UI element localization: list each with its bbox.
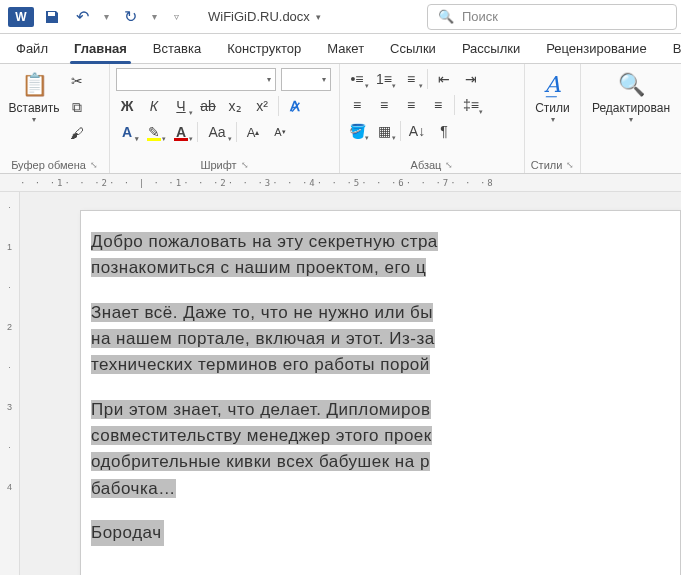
dialog-launcher-icon[interactable]: ⤡ [90,160,98,170]
group-editing: 🔍 Редактирован ▾ [581,64,681,173]
tab-layout[interactable]: Макет [323,35,368,63]
font-size-combo[interactable]: ▾ [281,68,331,91]
dialog-launcher-icon[interactable]: ⤡ [241,160,249,170]
dialog-launcher-icon[interactable]: ⤡ [445,160,453,170]
editing-button[interactable]: 🔍 Редактирован ▾ [591,68,671,128]
undo-button[interactable]: ↶ [72,7,92,27]
numbering-icon: 1≡ [376,71,392,87]
document-title: WiFiGiD.RU.docx [208,9,310,24]
document-area: ·1·2·3·4 Добро пожаловать на эту секретн… [0,192,681,575]
selected-text: познакомиться с нашим проектом, его ц [91,258,426,277]
title-dropdown-icon[interactable]: ▾ [316,12,321,22]
selected-text: бабочка… [91,479,176,498]
cut-button[interactable]: ✂ [66,70,88,92]
font-name-combo[interactable]: ▾ [116,68,276,91]
paragraph[interactable]: При этом знает, что делает. Дипломиров с… [81,397,680,502]
bold-button[interactable]: Ж [116,95,138,117]
text-effects-button[interactable]: A▾ [116,121,138,143]
paint-bucket-icon: 🪣 [349,123,366,139]
page[interactable]: Добро пожаловать на эту секретную стра п… [80,210,681,575]
tab-view[interactable]: Вид [669,35,681,63]
group-label-paragraph: Абзац⤡ [346,157,518,171]
group-paragraph: •≡▾ 1≡▾ ≡▾ ⇤ ⇥ ≡ ≡ ≡ ≡ ‡≡▾ 🪣▾ ▦▾ A↓ ¶ [340,64,525,173]
tab-insert[interactable]: Вставка [149,35,205,63]
subscript-button[interactable]: x₂ [224,95,246,117]
quick-access-toolbar: ↶ ▾ ↻ ▾ ▿ [42,7,180,27]
copy-button[interactable]: ⧉ [66,96,88,118]
ribbon-tabs: Файл Главная Вставка Конструктор Макет С… [0,34,681,64]
group-label-clipboard: Буфер обмена⤡ [6,157,103,171]
strikethrough-button[interactable]: ab [197,95,219,117]
save-button[interactable] [42,7,62,27]
tab-home[interactable]: Главная [70,35,131,63]
copy-icon: ⧉ [72,99,82,116]
superscript-button[interactable]: x² [251,95,273,117]
selected-text: на нашем портале, включая и этот. Из-за [91,329,435,348]
eraser-icon: A̷ [290,98,300,114]
justify-button[interactable]: ≡ [427,94,449,116]
justify-icon: ≡ [434,97,442,113]
qat-separator: ▾ [150,11,158,22]
tab-mailings[interactable]: Рассылки [458,35,524,63]
outdent-icon: ⇤ [438,71,450,87]
search-icon: 🔍 [438,9,454,24]
redo-button[interactable]: ↻ [120,7,140,27]
tab-design[interactable]: Конструктор [223,35,305,63]
group-clipboard: 📋 Вставить ▾ ✂ ⧉ 🖌 Буфер обмена⤡ [0,64,110,173]
shading-button[interactable]: 🪣▾ [346,120,368,142]
align-right-button[interactable]: ≡ [400,94,422,116]
styles-button[interactable]: A̲ Стили ▾ [531,68,574,128]
selected-text: При этом знает, что делает. Дипломиров [91,400,431,419]
align-left-icon: ≡ [353,97,361,113]
tab-review[interactable]: Рецензирование [542,35,650,63]
borders-button[interactable]: ▦▾ [373,120,395,142]
line-spacing-button[interactable]: ‡≡▾ [460,94,482,116]
title-bar: W ↶ ▾ ↻ ▾ ▿ WiFiGiD.RU.docx ▾ 🔍 Поиск [0,0,681,34]
font-color-button[interactable]: A▾ [170,121,192,143]
paragraph[interactable]: Знает всё. Даже то, что не нужно или бы … [81,300,680,379]
decrease-indent-button[interactable]: ⇤ [433,68,455,90]
sort-icon: A↓ [409,123,425,139]
paragraph[interactable]: Бородач [81,520,680,546]
tab-references[interactable]: Ссылки [386,35,440,63]
italic-button[interactable]: К [143,95,165,117]
align-left-button[interactable]: ≡ [346,94,368,116]
highlight-button[interactable]: ✎▾ [143,121,165,143]
underline-button[interactable]: Ч▾ [170,95,192,117]
search-placeholder: Поиск [462,9,498,24]
numbering-button[interactable]: 1≡▾ [373,68,395,90]
format-painter-button[interactable]: 🖌 [66,122,88,144]
dialog-launcher-icon[interactable]: ⤡ [566,160,574,170]
group-label-editing [587,157,675,171]
group-label-styles: Стили⤡ [531,157,574,171]
chevron-down-icon: ▾ [629,115,633,124]
brush-icon: 🖌 [70,125,84,141]
paste-button[interactable]: 📋 Вставить ▾ [6,68,62,128]
align-center-button[interactable]: ≡ [373,94,395,116]
group-styles: A̲ Стили ▾ Стили⤡ [525,64,581,173]
indent-icon: ⇥ [465,71,477,87]
clear-format-button[interactable]: A̷ [284,95,306,117]
qat-customize[interactable]: ▿ [172,11,180,22]
selected-text: одобрительные кивки всех бабушек на р [91,452,430,471]
styles-icon: A̲ [545,72,561,98]
change-case-button[interactable]: Aa▾ [203,121,231,143]
horizontal-ruler[interactable]: · · ·1· · ·2· · | · ·1· · ·2· · ·3· · ·4… [0,174,681,192]
chevron-down-icon: ▾ [32,115,36,124]
vertical-ruler[interactable]: ·1·2·3·4 [0,192,20,575]
multilevel-icon: ≡ [407,71,415,87]
bullets-button[interactable]: •≡▾ [346,68,368,90]
paragraph[interactable]: Добро пожаловать на эту секретную стра п… [81,229,680,282]
multilevel-button[interactable]: ≡▾ [400,68,422,90]
tab-file[interactable]: Файл [12,35,52,63]
search-box[interactable]: 🔍 Поиск [427,4,677,30]
scissors-icon: ✂ [71,73,83,89]
grow-font-button[interactable]: A▴ [242,121,264,143]
chevron-down-icon: ▾ [551,115,555,124]
page-container: Добро пожаловать на эту секретную стра п… [20,192,681,575]
borders-icon: ▦ [378,123,391,139]
sort-button[interactable]: A↓ [406,120,428,142]
increase-indent-button[interactable]: ⇥ [460,68,482,90]
show-marks-button[interactable]: ¶ [433,120,455,142]
shrink-font-button[interactable]: A▾ [269,121,291,143]
